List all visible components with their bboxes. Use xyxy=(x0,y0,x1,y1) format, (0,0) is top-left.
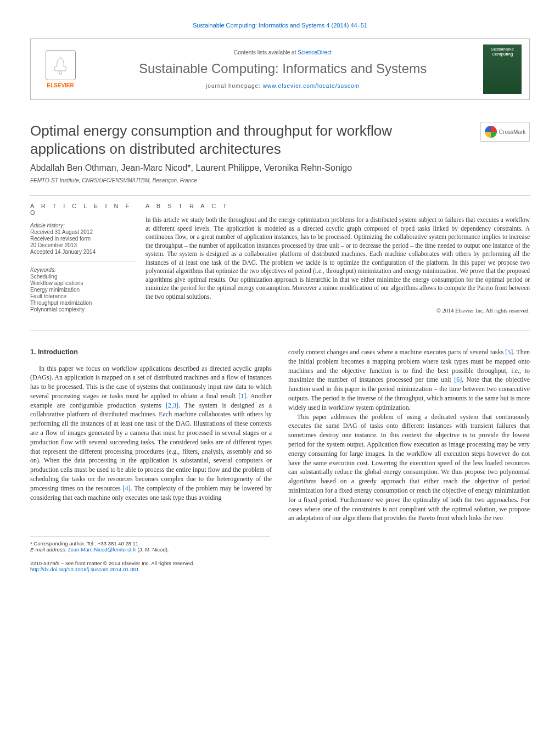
author-email-link[interactable]: Jean-Marc.Nicod@femto-st.fr xyxy=(68,546,136,553)
corresponding-author-line: * Corresponding author. Tel.: +33 381 40… xyxy=(30,540,270,546)
section-heading-introduction: 1. Introduction xyxy=(30,348,272,358)
article-history-block: Article history: Received 31 August 2012… xyxy=(30,222,136,261)
journal-homepage-line: journal homepage: www.elsevier.com/locat… xyxy=(82,83,483,89)
publisher-logo: ELSEVIER xyxy=(38,44,82,94)
publisher-name: ELSEVIER xyxy=(47,82,74,88)
issn-doi-block: 2210-5379/$ – see front matter © 2014 El… xyxy=(30,560,270,572)
citation-link[interactable]: [6] xyxy=(454,376,462,383)
history-item: Received 31 August 2012 xyxy=(30,229,136,235)
history-label: Article history: xyxy=(30,222,136,228)
header-citation: Sustainable Computing: Informatics and S… xyxy=(30,22,530,29)
elsevier-tree-icon xyxy=(46,50,76,80)
history-item: 20 December 2013 xyxy=(30,242,136,248)
body-col-left: 1. Introduction In this paper we focus o… xyxy=(30,348,272,523)
crossmark-icon xyxy=(485,126,497,138)
corresponding-author-footer: * Corresponding author. Tel.: +33 381 40… xyxy=(30,537,270,572)
abstract-heading: A B S T R A C T xyxy=(145,203,530,209)
email-suffix: (J.-M. Nicod). xyxy=(136,546,169,553)
body-paragraph: This paper addresses the problem of usin… xyxy=(288,412,530,523)
keywords-label: Keywords: xyxy=(30,267,136,273)
citation-link[interactable]: [5] xyxy=(505,348,513,356)
contents-available-line: Contents lists available at ScienceDirec… xyxy=(82,49,483,55)
citation-link[interactable]: [4] xyxy=(123,484,131,492)
doi-link[interactable]: http://dx.doi.org/10.1016/j.suscom.2014.… xyxy=(30,566,139,572)
article-info-heading: A R T I C L E I N F O xyxy=(30,203,136,216)
body-col-right: costly context changes and cases where a… xyxy=(288,348,530,523)
journal-name: Sustainable Computing: Informatics and S… xyxy=(82,61,483,76)
crossmark-label: CrossMark xyxy=(499,129,525,135)
body-paragraph: In this paper we focus on workflow appli… xyxy=(30,364,272,503)
article-info-panel: A R T I C L E I N F O Article history: R… xyxy=(30,196,145,331)
authors-line: Abdallah Ben Othman, Jean-Marc Nicod*, L… xyxy=(30,163,530,173)
citation-link[interactable]: [1] xyxy=(238,392,246,400)
keyword-item: Throughput maximization xyxy=(30,300,136,306)
keyword-item: Fault tolerance xyxy=(30,293,136,299)
history-item: Accepted 14 January 2014 xyxy=(30,249,136,255)
history-item: Received in revised form xyxy=(30,236,136,242)
keywords-block: Keywords: Scheduling Workflow applicatio… xyxy=(30,267,136,319)
email-line: E-mail address: Jean-Marc.Nicod@femto-st… xyxy=(30,546,270,553)
email-label: E-mail address: xyxy=(30,546,68,553)
citation-link[interactable]: [2,3] xyxy=(166,401,178,409)
contents-prefix: Contents lists available at xyxy=(234,49,298,55)
keyword-item: Polynomial complexity xyxy=(30,306,136,313)
journal-homepage-link[interactable]: www.elsevier.com/locate/suscom xyxy=(263,83,360,89)
affiliation-line: FEMTO-ST Institute, CNRS/UFC/ENSMM/UTBM,… xyxy=(30,177,530,183)
sciencedirect-link[interactable]: ScienceDirect xyxy=(298,49,332,55)
issn-line: 2210-5379/$ – see front matter © 2014 El… xyxy=(30,560,270,566)
journal-cover-thumbnail: Sustainable Computing xyxy=(483,44,522,94)
body-columns: 1. Introduction In this paper we focus o… xyxy=(30,348,530,523)
keyword-item: Energy minimization xyxy=(30,287,136,293)
keyword-item: Workflow applications xyxy=(30,280,136,286)
abstract-copyright: © 2014 Elsevier Inc. All rights reserved… xyxy=(145,308,530,314)
abstract-panel: A B S T R A C T In this article we study… xyxy=(145,196,530,331)
homepage-prefix: journal homepage: xyxy=(206,83,263,89)
abstract-text: In this article we study both the throug… xyxy=(145,216,530,301)
journal-header-box: ELSEVIER Contents lists available at Sci… xyxy=(30,38,530,100)
body-paragraph: costly context changes and cases where a… xyxy=(288,348,530,412)
article-title: Optimal energy consumption and throughpu… xyxy=(30,122,480,158)
keyword-item: Scheduling xyxy=(30,274,136,280)
crossmark-badge[interactable]: CrossMark xyxy=(480,122,530,142)
